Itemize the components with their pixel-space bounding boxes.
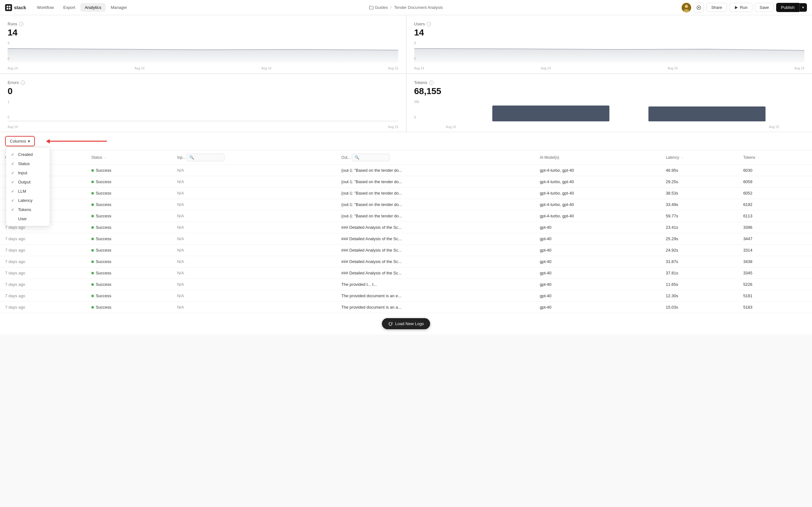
arrow-head	[46, 139, 50, 144]
status-label-5: Success	[96, 225, 111, 230]
column-option-input[interactable]: ✓ Input	[6, 168, 50, 177]
table-row[interactable]: Success N/A {out-1: "Based on the tender…	[0, 187, 812, 199]
red-arrow-annotation	[46, 139, 107, 144]
errors-value: 0	[8, 86, 398, 96]
users-chart-panel: Users i 14 9 0 Aug 14 Aug 14 Aug 14	[406, 15, 812, 73]
table-row[interactable]: 7 days ago Success N/A The provided docu…	[0, 290, 812, 302]
col-header-latency: Latency ↕	[661, 151, 738, 165]
nav-tab-workflow[interactable]: Workflow	[32, 3, 58, 12]
table-header: Created Status ↕ Inp... Out..	[0, 151, 812, 165]
runs-x-labels: Aug 14 Aug 14 Aug 14 Aug 15	[8, 65, 398, 70]
table-row[interactable]: 7 days ago Success N/A The provided docu…	[0, 302, 812, 313]
input-search[interactable]	[187, 154, 224, 161]
cell-tokens-7: 3314	[738, 245, 812, 256]
cell-status-10: Success	[86, 279, 172, 290]
status-dot-2	[91, 192, 94, 194]
table-row[interactable]: Success N/A {out-1: "Based on the tender…	[0, 165, 812, 176]
users-chart-title: Users i	[414, 21, 805, 26]
users-value: 14	[414, 27, 805, 38]
tokens-x-1: Aug 15	[769, 125, 804, 129]
cell-ai-models-0: gpt-4-turbo, gpt-40	[535, 165, 661, 176]
status-dot-4	[91, 215, 94, 217]
status-dot-1	[91, 181, 94, 183]
cell-input-4: N/A	[172, 210, 336, 222]
tokens-sort-icon[interactable]: ↕	[758, 157, 759, 159]
cell-tokens-10: 5226	[738, 279, 812, 290]
table-row[interactable]: 7 days ago Success N/A ### Detailed Anal…	[0, 245, 812, 256]
nav-tab-analytics[interactable]: Analytics	[80, 3, 106, 12]
runs-info-icon[interactable]: i	[19, 22, 23, 26]
table-row[interactable]: 7 days ago Success N/A ### Detailed Anal…	[0, 222, 812, 233]
columns-button[interactable]: Columns ▾	[6, 136, 34, 146]
column-option-latency[interactable]: ✓ Latency	[6, 196, 50, 205]
cell-output-10: The provided t... t...	[336, 279, 535, 290]
status-label-10: Success	[96, 282, 111, 287]
users-y-max: 9	[414, 42, 416, 45]
column-option-llm[interactable]: ✓ LLM	[6, 187, 50, 196]
run-button[interactable]: Run	[729, 3, 752, 12]
tokens-x-labels: Aug 14 Aug 15	[414, 124, 805, 129]
errors-y-zero: 0	[8, 116, 9, 119]
cell-status-11: Success	[86, 290, 172, 302]
cell-latency-5: 23.41s	[661, 222, 738, 233]
column-option-tokens[interactable]: ✓ Tokens	[6, 205, 50, 214]
status-dot-7	[91, 249, 94, 251]
errors-info-icon[interactable]: i	[20, 80, 25, 85]
play-icon-button[interactable]	[694, 3, 704, 13]
check-icon-latency: ✓	[11, 199, 15, 203]
load-new-logs-button[interactable]: Load New Logs	[382, 318, 430, 329]
cell-tokens-8: 3438	[738, 256, 812, 268]
breadcrumb-folder-label: Guides	[375, 5, 388, 10]
users-y-zero: 0	[414, 57, 416, 60]
status-sort-icon[interactable]: ↕	[104, 157, 106, 159]
tokens-col-label: Tokens	[743, 155, 755, 160]
users-info-icon[interactable]: i	[426, 22, 431, 26]
column-option-status[interactable]: ✓ Status	[6, 159, 50, 168]
column-option-user[interactable]: User	[6, 214, 50, 223]
column-option-output[interactable]: ✓ Output	[6, 177, 50, 187]
nav-tab-manager[interactable]: Manager	[106, 3, 131, 12]
check-icon-output: ✓	[11, 180, 15, 184]
runs-x-0: Aug 14	[8, 66, 18, 70]
nav-tab-export[interactable]: Export	[59, 3, 80, 12]
column-option-created[interactable]: ✓ Created	[6, 150, 50, 159]
cell-created-7: 7 days ago	[0, 245, 86, 256]
publish-button[interactable]: Publish	[776, 3, 799, 12]
nav-tabs: Workflow Export Analytics Manager	[32, 3, 131, 12]
table-row[interactable]: 7 days ago Success N/A ### Detailed Anal…	[0, 233, 812, 245]
status-dot-6	[91, 238, 94, 240]
table-row[interactable]: Success N/A {out-1: "Based on the tender…	[0, 199, 812, 210]
cell-ai-models-1: gpt-4-turbo, gpt-40	[535, 176, 661, 187]
save-button[interactable]: Save	[755, 3, 774, 12]
status-dot-10	[91, 283, 94, 286]
app-header: stack Workflow Export Analytics Manager …	[0, 0, 812, 15]
output-search[interactable]	[352, 154, 390, 161]
status-label-8: Success	[96, 259, 111, 264]
status-label-4: Success	[96, 214, 111, 218]
table-row[interactable]: Success N/A {out-1: "Based on the tender…	[0, 176, 812, 187]
main-content: Runs i 14 9 0 Aug 14 Aug 14 Aug 14	[0, 15, 812, 507]
runs-value: 14	[8, 27, 398, 38]
table-row[interactable]: Success N/A {out-1: "Based on the tender…	[0, 210, 812, 222]
table-row[interactable]: 7 days ago Success N/A ### Detailed Anal…	[0, 256, 812, 268]
cell-status-3: Success	[86, 199, 172, 210]
tokens-info-icon[interactable]: i	[429, 80, 434, 85]
cell-latency-10: 11.65s	[661, 279, 738, 290]
cell-ai-models-6: gpt-40	[535, 233, 661, 245]
cell-input-10: N/A	[172, 279, 336, 290]
publish-dropdown-button[interactable]: ▾	[799, 3, 807, 12]
column-label-output: Output	[18, 180, 31, 184]
latency-sort-icon[interactable]: ↕	[681, 157, 683, 159]
share-button[interactable]: Share	[706, 3, 727, 12]
table-row[interactable]: 7 days ago Success N/A The provided t...…	[0, 279, 812, 290]
table-row[interactable]: 7 days ago Success N/A ### Detailed Anal…	[0, 268, 812, 279]
ai-models-col-label: AI Model(s)	[540, 155, 559, 160]
cell-ai-models-5: gpt-40	[535, 222, 661, 233]
runs-x-2: Aug 14	[261, 66, 271, 70]
cell-created-6: 7 days ago	[0, 233, 86, 245]
cell-status-7: Success	[86, 245, 172, 256]
cell-created-12: 7 days ago	[0, 302, 86, 313]
cell-status-5: Success	[86, 222, 172, 233]
cell-output-4: {out-1: "Based on the tender do...	[336, 210, 535, 222]
svg-rect-1	[9, 6, 10, 7]
